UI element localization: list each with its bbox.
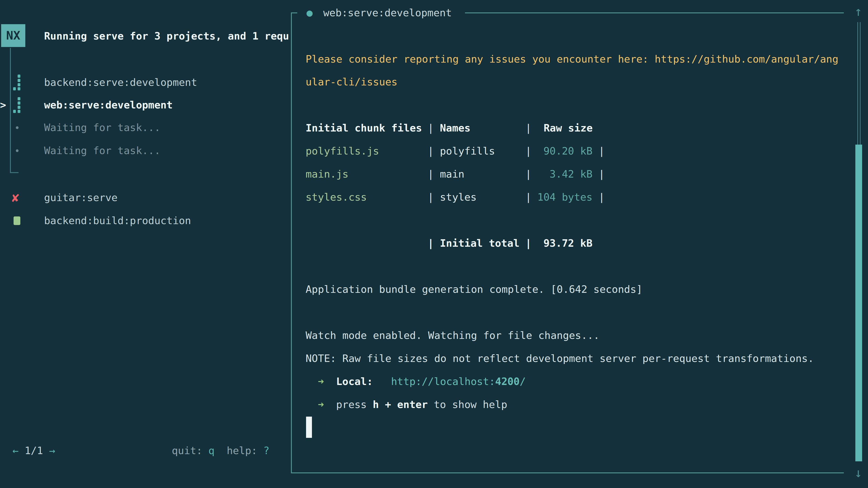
table-pipe: | xyxy=(598,140,604,163)
url-slash: / xyxy=(520,376,526,387)
pagination-prev-arrow[interactable]: ← xyxy=(12,439,19,462)
quit-hint-label: quit: xyxy=(172,439,202,462)
pagination-current: 1/1 xyxy=(25,439,43,462)
table-header-files: Initial chunk files xyxy=(306,117,422,140)
table-row-name: main xyxy=(440,163,464,186)
table-header-size: Raw size xyxy=(544,117,593,140)
task-item-waiting-1[interactable]: Waiting for task... xyxy=(44,116,160,139)
scroll-up-arrow[interactable]: ↑ xyxy=(850,0,866,23)
note-line: NOTE: Raw file sizes do not reflect deve… xyxy=(306,347,814,370)
panel-border-top-stub xyxy=(291,12,297,13)
scrollbar-track[interactable] xyxy=(857,22,861,144)
help-press-text: press xyxy=(336,393,367,416)
table-pipe: | xyxy=(428,140,434,163)
bundle-complete-line: Application bundle generation complete. … xyxy=(306,278,643,301)
table-total-label: Initial total xyxy=(440,232,520,255)
help-key-enter: enter xyxy=(397,393,428,416)
scrollbar-thumb[interactable] xyxy=(855,144,862,461)
table-row-size: 3.42 kB xyxy=(519,163,592,186)
table-pipe: | xyxy=(598,186,604,209)
scroll-down-arrow[interactable]: ↓ xyxy=(850,461,866,484)
table-row-name: polyfills xyxy=(440,140,495,163)
terminal-cursor xyxy=(306,417,312,438)
help-key-h: h xyxy=(373,393,379,416)
table-header-names: Names xyxy=(440,117,470,140)
nx-tui-window: NX Running serve for 3 projects, and 1 r… xyxy=(0,0,868,488)
selected-caret-icon: > xyxy=(0,94,6,117)
help-suffix-text: to show help xyxy=(434,393,507,416)
notice-line-2: ular-cli/issues xyxy=(306,70,397,94)
table-row-size: 90.20 kB xyxy=(519,140,592,163)
table-pipe: | xyxy=(428,232,434,255)
failed-cross-icon: ✘ xyxy=(12,186,19,209)
table-pipe: | xyxy=(525,117,531,140)
table-total-size: 93.72 kB xyxy=(519,232,592,255)
quit-hint-key: q xyxy=(209,439,215,462)
table-row-file: main.js xyxy=(306,163,348,186)
table-row-size: 104 bytes xyxy=(519,186,592,209)
spinner-icon xyxy=(13,97,21,113)
local-label: Local: xyxy=(336,370,373,393)
task-item-guitar-serve[interactable]: guitar:serve xyxy=(44,186,118,209)
panel-border-left xyxy=(291,12,292,473)
panel-border-top xyxy=(465,12,844,13)
task-item-backend-serve[interactable]: backend:serve:development xyxy=(44,71,197,94)
arrow-icon: ➜ xyxy=(318,393,324,416)
pagination-next-arrow[interactable]: → xyxy=(49,439,55,462)
url-prefix: http://localhost: xyxy=(391,376,495,387)
watch-mode-line: Watch mode enabled. Watching for file ch… xyxy=(306,324,599,347)
table-pipe: | xyxy=(428,186,434,209)
table-row-file: styles.css xyxy=(306,186,367,209)
table-row-file: polyfills.js xyxy=(306,140,379,163)
spinner-icon xyxy=(13,74,21,90)
local-url-link[interactable]: http://localhost:4200/ xyxy=(391,370,526,393)
success-square-icon xyxy=(13,217,20,225)
panel-border-bottom xyxy=(291,473,844,473)
task-item-backend-build[interactable]: backend:build:production xyxy=(44,209,191,232)
arrow-icon: ➜ xyxy=(318,370,324,393)
task-item-waiting-2[interactable]: Waiting for task... xyxy=(44,139,160,162)
panel-status-bullet-icon: ● xyxy=(307,1,313,24)
help-hint-key: ? xyxy=(264,439,270,462)
page-title: Running serve for 3 projects, and 1 requ xyxy=(44,25,291,48)
notice-line-1: Please consider reporting any issues you… xyxy=(306,48,838,71)
nx-logo: NX xyxy=(1,24,25,47)
table-row-name: styles xyxy=(440,186,477,209)
help-plus: + xyxy=(385,393,391,416)
table-pipe: | xyxy=(428,163,434,186)
help-hint-label: help: xyxy=(227,439,257,462)
waiting-dot-icon xyxy=(16,149,19,152)
table-pipe: | xyxy=(428,117,434,140)
waiting-dot-icon xyxy=(16,126,19,129)
task-item-web-serve-selected[interactable]: web:serve:development xyxy=(44,94,173,117)
table-pipe: | xyxy=(598,163,604,186)
url-port: 4200 xyxy=(495,376,520,387)
panel-title: web:serve:development xyxy=(323,1,452,24)
